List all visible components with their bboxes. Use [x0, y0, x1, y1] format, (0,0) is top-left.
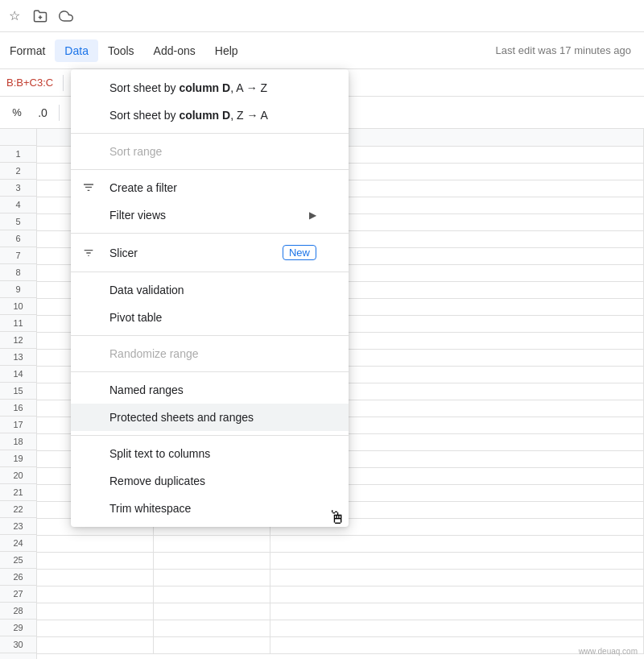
folder-icon[interactable] [32, 8, 48, 24]
menu-label: Sort range [109, 145, 162, 158]
data-menu: Sort sheet by column D, A → ZSort sheet … [71, 69, 349, 527]
grid-cell[interactable] [270, 620, 644, 637]
row-header-25: 25 [0, 552, 36, 569]
row-header-18: 18 [0, 433, 36, 450]
menu-label: Randomize range [109, 347, 199, 360]
row-header-14: 14 [0, 366, 36, 383]
grid-cell[interactable] [37, 620, 154, 637]
filter-icon [80, 180, 97, 196]
menu-item-data-validation[interactable]: Data validation [71, 276, 349, 304]
grid-cell[interactable] [37, 603, 154, 620]
menu-label: Create a filter [109, 181, 177, 194]
menu-item-sort-range: Sort range [71, 138, 349, 165]
menu-item-sort-za[interactable]: Sort sheet by column D, Z → A [71, 102, 349, 129]
row-header-4: 4 [0, 197, 36, 213]
menu-item-protected-sheets[interactable]: Protected sheets and ranges [71, 404, 349, 431]
grid-cell[interactable] [37, 570, 154, 586]
row-header-12: 12 [0, 332, 36, 349]
menu-item-filter-views[interactable]: Filter views▶ [71, 201, 349, 229]
grid-cell[interactable] [270, 536, 644, 553]
menu-separator [71, 169, 349, 170]
menu-separator [71, 335, 349, 336]
grid-cell[interactable] [154, 603, 270, 620]
grid-cell[interactable] [154, 536, 270, 553]
menu-label: Remove duplicates [109, 475, 205, 487]
menu-label: Sort sheet by column D, Z → A [109, 109, 268, 122]
decimal-format[interactable]: .0 [31, 102, 55, 124]
menu-separator [71, 371, 349, 372]
menu-separator [71, 435, 349, 436]
grid-row[interactable] [37, 637, 644, 654]
grid-row[interactable] [37, 586, 644, 603]
row-header-22: 22 [0, 501, 36, 518]
grid-cell[interactable] [37, 553, 154, 570]
menu-item-trim-whitespace[interactable]: Trim whitespace [71, 495, 349, 522]
menubar: Format Data Tools Add-ons Help Last edit… [0, 32, 644, 69]
menu-label: Filter views [109, 209, 166, 222]
toolbar-top: ☆ [0, 0, 644, 32]
menu-item-sort-az[interactable]: Sort sheet by column D, A → Z [71, 74, 349, 102]
menu-format[interactable]: Format [0, 39, 55, 62]
grid-cell[interactable] [270, 637, 644, 654]
row-header-1: 1 [0, 146, 36, 163]
menu-item-pivot-table[interactable]: Pivot table [71, 304, 349, 331]
menu-item-remove-duplicates[interactable]: Remove duplicates [71, 467, 349, 495]
grid-cell[interactable] [154, 570, 270, 586]
menu-item-split-text[interactable]: Split text to columns [71, 440, 349, 467]
menu-label: Slicer [109, 247, 138, 259]
submenu-arrow-icon: ▶ [309, 209, 316, 221]
row-header-26: 26 [0, 569, 36, 586]
menu-data[interactable]: Data [55, 39, 98, 62]
grid-row[interactable] [37, 603, 644, 620]
grid-cell[interactable] [270, 603, 644, 620]
row-header-28: 28 [0, 603, 36, 620]
menu-help[interactable]: Help [205, 39, 248, 62]
grid-row[interactable] [37, 620, 644, 637]
grid-row[interactable] [37, 553, 644, 570]
grid-cell[interactable] [154, 637, 270, 654]
toolbar-separator-1 [59, 105, 60, 121]
menu-item-named-ranges[interactable]: Named ranges [71, 376, 349, 404]
menu-item-randomize-range: Randomize range [71, 340, 349, 367]
menu-item-create-filter[interactable]: Create a filter [71, 174, 349, 201]
grid-cell[interactable] [270, 586, 644, 603]
menu-tools[interactable]: Tools [98, 39, 144, 62]
star-icon[interactable]: ☆ [6, 8, 23, 24]
grid-row[interactable] [37, 570, 644, 586]
cell-reference: B:B+C3:C [6, 77, 55, 89]
col-header-row [0, 129, 36, 146]
menu-label: Trim whitespace [109, 502, 191, 515]
row-headers: 1234567891011121314151617181920212223242… [0, 129, 37, 659]
percent-format[interactable]: % [5, 102, 29, 124]
grid-cell[interactable] [37, 637, 154, 654]
row-header-20: 20 [0, 467, 36, 484]
menu-label: Split text to columns [109, 447, 210, 460]
row-header-7: 7 [0, 247, 36, 264]
grid-cell[interactable] [154, 553, 270, 570]
row-header-27: 27 [0, 586, 36, 603]
menu-separator [71, 233, 349, 234]
grid-cell[interactable] [154, 620, 270, 637]
row-header-10: 10 [0, 298, 36, 315]
row-header-5: 5 [0, 213, 36, 230]
menu-separator [71, 271, 349, 272]
menu-label: Pivot table [109, 311, 162, 324]
row-header-8: 8 [0, 264, 36, 281]
grid-cell[interactable] [154, 586, 270, 603]
new-badge: New [283, 245, 316, 260]
grid-cell[interactable] [270, 570, 644, 586]
menu-item-slicer[interactable]: SlicerNew [71, 238, 349, 267]
row-header-29: 29 [0, 620, 36, 636]
grid-cell[interactable] [270, 553, 644, 570]
grid-cell[interactable] [37, 536, 154, 553]
grid-cell[interactable] [37, 586, 154, 603]
row-header-30: 30 [0, 636, 36, 653]
cloud-icon[interactable] [58, 8, 74, 24]
menu-separator [71, 133, 349, 134]
row-header-15: 15 [0, 383, 36, 400]
menu-addons[interactable]: Add-ons [144, 39, 205, 62]
grid-row[interactable] [37, 536, 644, 553]
row-header-3: 3 [0, 180, 36, 197]
row-header-23: 23 [0, 518, 36, 535]
row-header-9: 9 [0, 281, 36, 298]
